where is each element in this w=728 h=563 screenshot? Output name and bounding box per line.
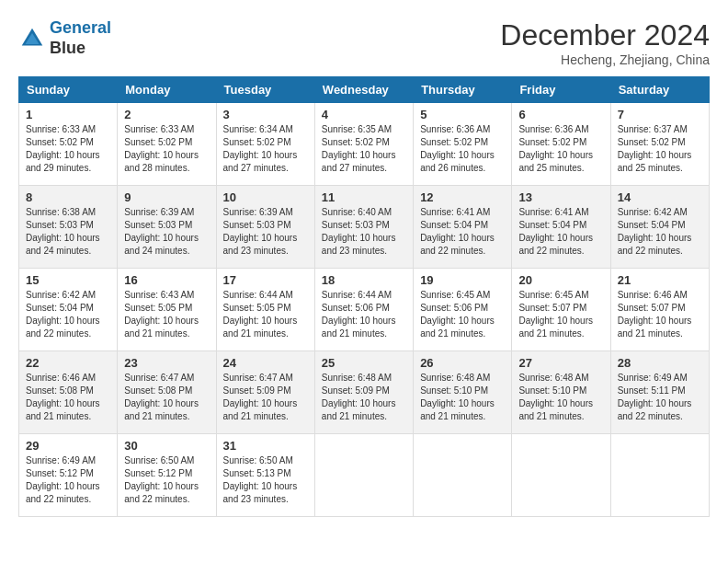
day-info: Sunrise: 6:46 AM Sunset: 5:08 PM Dayligh… <box>26 372 110 423</box>
calendar-cell: 11Sunrise: 6:40 AM Sunset: 5:03 PM Dayli… <box>314 186 413 269</box>
calendar-table: SundayMondayTuesdayWednesdayThursdayFrid… <box>18 76 710 517</box>
weekday-header-thursday: Thursday <box>414 77 512 103</box>
calendar-cell: 19Sunrise: 6:45 AM Sunset: 5:06 PM Dayli… <box>414 269 512 351</box>
day-number: 1 <box>26 108 110 121</box>
day-number: 23 <box>124 356 209 370</box>
day-info: Sunrise: 6:33 AM Sunset: 5:02 PM Dayligh… <box>124 123 209 175</box>
calendar-cell: 9Sunrise: 6:39 AM Sunset: 5:03 PM Daylig… <box>118 186 216 269</box>
day-number: 19 <box>420 273 505 287</box>
calendar-cell: 26Sunrise: 6:48 AM Sunset: 5:10 PM Dayli… <box>414 351 512 434</box>
calendar-cell: 13Sunrise: 6:41 AM Sunset: 5:04 PM Dayli… <box>512 186 610 269</box>
day-number: 16 <box>124 273 209 287</box>
location: Hecheng, Zhejiang, China <box>500 52 710 67</box>
calendar-cell: 16Sunrise: 6:43 AM Sunset: 5:05 PM Dayli… <box>118 269 216 351</box>
day-number: 29 <box>26 439 110 453</box>
day-info: Sunrise: 6:39 AM Sunset: 5:03 PM Dayligh… <box>124 206 209 258</box>
day-number: 8 <box>26 190 110 204</box>
calendar-cell: 20Sunrise: 6:45 AM Sunset: 5:07 PM Dayli… <box>512 269 610 351</box>
day-number: 17 <box>223 273 308 287</box>
weekday-header-wednesday: Wednesday <box>314 77 413 103</box>
calendar-cell: 29Sunrise: 6:49 AM Sunset: 5:12 PM Dayli… <box>19 434 118 517</box>
day-info: Sunrise: 6:47 AM Sunset: 5:08 PM Dayligh… <box>124 372 209 423</box>
day-info: Sunrise: 6:42 AM Sunset: 5:04 PM Dayligh… <box>26 289 110 340</box>
day-number: 3 <box>223 108 308 121</box>
day-info: Sunrise: 6:48 AM Sunset: 5:10 PM Dayligh… <box>420 372 505 423</box>
calendar-cell: 21Sunrise: 6:46 AM Sunset: 5:07 PM Dayli… <box>610 269 709 351</box>
calendar-cell: 6Sunrise: 6:36 AM Sunset: 5:02 PM Daylig… <box>512 103 610 186</box>
logo: GeneralBlue <box>18 18 111 58</box>
day-number: 25 <box>322 356 406 370</box>
day-number: 21 <box>618 273 702 287</box>
calendar-cell: 2Sunrise: 6:33 AM Sunset: 5:02 PM Daylig… <box>118 103 216 186</box>
calendar-cell <box>512 434 610 517</box>
page-header: GeneralBlue December 2024 Hecheng, Zheji… <box>18 18 710 67</box>
day-number: 6 <box>518 108 603 121</box>
day-number: 4 <box>322 108 406 121</box>
calendar-cell: 28Sunrise: 6:49 AM Sunset: 5:11 PM Dayli… <box>610 351 709 434</box>
week-row-5: 29Sunrise: 6:49 AM Sunset: 5:12 PM Dayli… <box>19 434 710 517</box>
calendar-cell: 23Sunrise: 6:47 AM Sunset: 5:08 PM Dayli… <box>118 351 216 434</box>
calendar-cell: 1Sunrise: 6:33 AM Sunset: 5:02 PM Daylig… <box>19 103 118 186</box>
calendar-cell: 30Sunrise: 6:50 AM Sunset: 5:12 PM Dayli… <box>118 434 216 517</box>
day-info: Sunrise: 6:44 AM Sunset: 5:05 PM Dayligh… <box>223 289 308 340</box>
day-info: Sunrise: 6:48 AM Sunset: 5:09 PM Dayligh… <box>322 372 406 423</box>
day-info: Sunrise: 6:39 AM Sunset: 5:03 PM Dayligh… <box>223 206 308 258</box>
calendar-cell: 10Sunrise: 6:39 AM Sunset: 5:03 PM Dayli… <box>216 186 314 269</box>
day-info: Sunrise: 6:37 AM Sunset: 5:02 PM Dayligh… <box>618 123 702 175</box>
day-number: 28 <box>618 356 702 370</box>
day-number: 9 <box>124 190 209 204</box>
day-info: Sunrise: 6:50 AM Sunset: 5:13 PM Dayligh… <box>223 454 308 506</box>
day-number: 20 <box>518 273 603 287</box>
calendar-cell <box>414 434 512 517</box>
day-number: 18 <box>322 273 406 287</box>
day-info: Sunrise: 6:41 AM Sunset: 5:04 PM Dayligh… <box>420 206 505 258</box>
calendar-cell: 15Sunrise: 6:42 AM Sunset: 5:04 PM Dayli… <box>19 269 118 351</box>
calendar-cell: 5Sunrise: 6:36 AM Sunset: 5:02 PM Daylig… <box>414 103 512 186</box>
day-info: Sunrise: 6:33 AM Sunset: 5:02 PM Dayligh… <box>26 123 110 175</box>
day-info: Sunrise: 6:34 AM Sunset: 5:02 PM Dayligh… <box>223 123 308 175</box>
week-row-4: 22Sunrise: 6:46 AM Sunset: 5:08 PM Dayli… <box>19 351 710 434</box>
calendar-cell: 25Sunrise: 6:48 AM Sunset: 5:09 PM Dayli… <box>314 351 413 434</box>
day-info: Sunrise: 6:44 AM Sunset: 5:06 PM Dayligh… <box>322 289 406 340</box>
calendar-cell: 31Sunrise: 6:50 AM Sunset: 5:13 PM Dayli… <box>216 434 314 517</box>
day-number: 31 <box>223 439 308 453</box>
calendar-cell: 4Sunrise: 6:35 AM Sunset: 5:02 PM Daylig… <box>314 103 413 186</box>
week-row-1: 1Sunrise: 6:33 AM Sunset: 5:02 PM Daylig… <box>19 103 710 186</box>
calendar-cell <box>314 434 413 517</box>
calendar-cell: 7Sunrise: 6:37 AM Sunset: 5:02 PM Daylig… <box>610 103 709 186</box>
calendar-cell <box>610 434 709 517</box>
day-info: Sunrise: 6:35 AM Sunset: 5:02 PM Dayligh… <box>322 123 406 175</box>
day-info: Sunrise: 6:40 AM Sunset: 5:03 PM Dayligh… <box>322 206 406 258</box>
day-info: Sunrise: 6:38 AM Sunset: 5:03 PM Dayligh… <box>26 206 110 258</box>
day-info: Sunrise: 6:50 AM Sunset: 5:12 PM Dayligh… <box>124 454 209 506</box>
calendar-cell: 17Sunrise: 6:44 AM Sunset: 5:05 PM Dayli… <box>216 269 314 351</box>
day-info: Sunrise: 6:48 AM Sunset: 5:10 PM Dayligh… <box>518 372 603 423</box>
day-number: 12 <box>420 190 505 204</box>
day-number: 2 <box>124 108 209 121</box>
day-number: 10 <box>223 190 308 204</box>
day-info: Sunrise: 6:46 AM Sunset: 5:07 PM Dayligh… <box>618 289 702 340</box>
day-info: Sunrise: 6:41 AM Sunset: 5:04 PM Dayligh… <box>518 206 603 258</box>
week-row-2: 8Sunrise: 6:38 AM Sunset: 5:03 PM Daylig… <box>19 186 710 269</box>
day-number: 14 <box>618 190 702 204</box>
weekday-header-sunday: Sunday <box>19 77 118 103</box>
day-number: 5 <box>420 108 505 121</box>
day-number: 11 <box>322 190 406 204</box>
calendar-cell: 3Sunrise: 6:34 AM Sunset: 5:02 PM Daylig… <box>216 103 314 186</box>
day-number: 30 <box>124 439 209 453</box>
weekday-header-tuesday: Tuesday <box>216 77 314 103</box>
day-info: Sunrise: 6:47 AM Sunset: 5:09 PM Dayligh… <box>223 372 308 423</box>
day-info: Sunrise: 6:42 AM Sunset: 5:04 PM Dayligh… <box>618 206 702 258</box>
month-title: December 2024 <box>500 18 710 52</box>
day-number: 22 <box>26 356 110 370</box>
calendar-cell: 12Sunrise: 6:41 AM Sunset: 5:04 PM Dayli… <box>414 186 512 269</box>
calendar-cell: 18Sunrise: 6:44 AM Sunset: 5:06 PM Dayli… <box>314 269 413 351</box>
day-info: Sunrise: 6:45 AM Sunset: 5:07 PM Dayligh… <box>518 289 603 340</box>
day-number: 24 <box>223 356 308 370</box>
logo-text: GeneralBlue <box>50 18 111 58</box>
calendar-cell: 22Sunrise: 6:46 AM Sunset: 5:08 PM Dayli… <box>19 351 118 434</box>
weekday-header-monday: Monday <box>118 77 216 103</box>
day-number: 13 <box>518 190 603 204</box>
weekday-header-saturday: Saturday <box>610 77 709 103</box>
day-info: Sunrise: 6:36 AM Sunset: 5:02 PM Dayligh… <box>420 123 505 175</box>
